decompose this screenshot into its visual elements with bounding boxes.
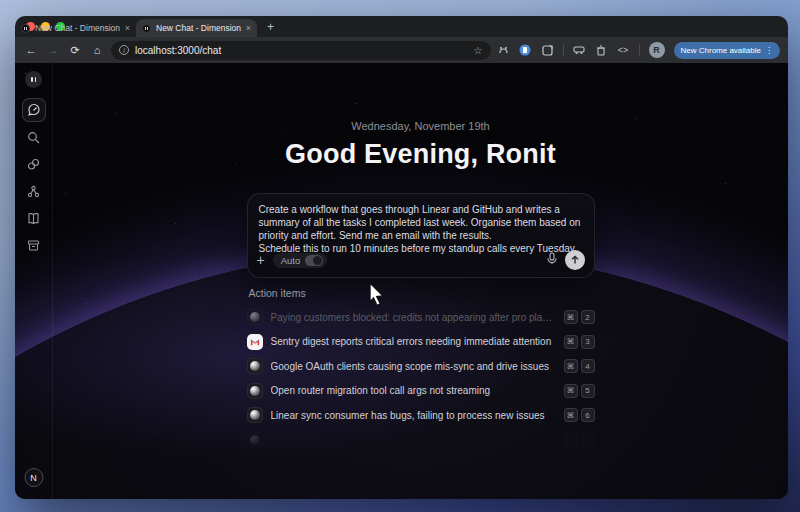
shortcut-badges bbox=[564, 433, 595, 447]
back-icon[interactable]: ← bbox=[23, 44, 39, 56]
shortcut-badges: ⌘ 6 bbox=[564, 408, 595, 422]
extension-icon-1[interactable] bbox=[497, 44, 510, 57]
shortcut-badges: ⌘ 4 bbox=[564, 359, 595, 373]
cmd-key-badge: ⌘ bbox=[564, 310, 578, 324]
user-avatar[interactable]: N bbox=[24, 468, 43, 487]
workflows-button[interactable] bbox=[22, 179, 46, 203]
link-icon bbox=[27, 158, 40, 171]
attach-plus-icon[interactable]: + bbox=[257, 253, 265, 267]
extension-icon-3[interactable] bbox=[541, 44, 554, 57]
action-item-row[interactable]: Linear sync consumer has bugs, failing t… bbox=[247, 407, 595, 423]
extension-icon-2[interactable] bbox=[519, 44, 532, 57]
book-icon bbox=[27, 212, 40, 225]
action-item-text: Sentry digest reports critical errors ne… bbox=[271, 336, 556, 347]
sphere-icon bbox=[247, 383, 263, 399]
toolbar-divider bbox=[639, 44, 640, 56]
tab-favicon bbox=[21, 24, 30, 33]
tab-bar: New Chat - Dimension AI × New Chat - Dim… bbox=[15, 16, 788, 37]
greeting-title: Good Evening, Ronit bbox=[53, 139, 788, 170]
mode-selector[interactable]: Auto bbox=[273, 253, 328, 268]
action-item-row[interactable]: Google OAuth clients causing scope mis-s… bbox=[247, 358, 595, 374]
cast-icon[interactable] bbox=[573, 44, 586, 57]
new-tab-button[interactable]: + bbox=[267, 20, 274, 34]
composer-controls: + Auto bbox=[257, 250, 585, 270]
microphone-icon[interactable] bbox=[547, 251, 557, 269]
action-item-text: Google OAuth clients causing scope mis-s… bbox=[271, 361, 556, 372]
sphere-icon bbox=[247, 309, 263, 325]
num-key-badge: 3 bbox=[581, 335, 595, 349]
chat-main: Wednesday, November 19th Good Evening, R… bbox=[53, 63, 788, 499]
search-icon bbox=[27, 131, 40, 144]
prompt-composer[interactable]: Create a workflow that goes through Line… bbox=[247, 193, 595, 278]
tab-close-icon[interactable]: × bbox=[125, 23, 130, 33]
cmd-key-badge bbox=[564, 433, 578, 447]
nodes-icon bbox=[27, 185, 40, 198]
shortcut-badges: ⌘ 2 bbox=[564, 310, 595, 324]
tab-2-active[interactable]: New Chat - Dimension AI × bbox=[136, 19, 257, 37]
bookmark-star-icon[interactable]: ☆ bbox=[474, 45, 483, 56]
address-bar[interactable]: i localhost:3000/chat ☆ bbox=[111, 41, 491, 60]
date-label: Wednesday, November 19th bbox=[53, 120, 788, 132]
num-key-badge: 2 bbox=[581, 310, 595, 324]
num-key-badge: 6 bbox=[581, 408, 595, 422]
action-item-text: Linear sync consumer has bugs, failing t… bbox=[271, 410, 556, 421]
new-chat-button[interactable] bbox=[22, 98, 46, 122]
cmd-key-badge: ⌘ bbox=[564, 335, 578, 349]
num-key-badge bbox=[581, 433, 595, 447]
toolbar-icons: <> R New Chrome available ⋮ bbox=[497, 42, 780, 59]
info-icon[interactable]: i bbox=[119, 45, 129, 55]
home-icon[interactable]: ⌂ bbox=[89, 44, 105, 56]
tab-1[interactable]: New Chat - Dimension AI × bbox=[15, 19, 136, 37]
browser-profile-avatar[interactable]: R bbox=[649, 42, 665, 58]
tab-favicon bbox=[142, 24, 151, 33]
url-text[interactable]: localhost:3000/chat bbox=[135, 45, 468, 56]
docs-button[interactable] bbox=[22, 206, 46, 230]
toolbar-divider bbox=[563, 44, 564, 56]
sphere-icon bbox=[247, 432, 263, 448]
chrome-update-button[interactable]: New Chrome available ⋮ bbox=[674, 42, 780, 59]
action-item-text: Open router migration tool call args not… bbox=[271, 385, 556, 396]
integrations-button[interactable] bbox=[22, 152, 46, 176]
archive-button[interactable] bbox=[22, 233, 46, 257]
mode-label: Auto bbox=[281, 255, 301, 266]
app-sidebar: N bbox=[15, 63, 53, 499]
browser-toolbar: ← → ⟳ ⌂ i localhost:3000/chat ☆ bbox=[15, 37, 788, 63]
new-chat-icon bbox=[27, 103, 41, 117]
send-button[interactable] bbox=[565, 250, 585, 270]
search-button[interactable] bbox=[22, 125, 46, 149]
app-content: N Wednesday, November 19th Good Evening,… bbox=[15, 63, 788, 499]
arrow-up-icon bbox=[570, 255, 580, 265]
sphere-icon bbox=[247, 358, 263, 374]
dimension-logo[interactable] bbox=[25, 71, 42, 88]
shortcut-badges: ⌘ 5 bbox=[564, 384, 595, 398]
code-icon[interactable]: <> bbox=[617, 44, 630, 57]
action-item-text: Paying customers blocked: credits not ap… bbox=[271, 312, 556, 323]
archive-icon bbox=[27, 239, 40, 252]
action-items-section: Action items Paying customers blocked: c… bbox=[247, 287, 595, 456]
forward-icon[interactable]: → bbox=[45, 44, 61, 56]
sphere-icon bbox=[247, 407, 263, 423]
num-key-badge: 4 bbox=[581, 359, 595, 373]
reload-icon[interactable]: ⟳ bbox=[67, 44, 83, 57]
prompt-text-line-1[interactable]: Create a workflow that goes through Line… bbox=[259, 203, 583, 242]
desktop: New Chat - Dimension AI × New Chat - Dim… bbox=[0, 0, 800, 512]
chrome-update-label: New Chrome available bbox=[681, 46, 761, 55]
kebab-menu-icon[interactable]: ⋮ bbox=[765, 46, 773, 55]
action-items-title: Action items bbox=[249, 287, 595, 299]
shortcut-badges: ⌘ 3 bbox=[564, 335, 595, 349]
cmd-key-badge: ⌘ bbox=[564, 384, 578, 398]
trash-icon[interactable] bbox=[595, 44, 608, 57]
tab-title: New Chat - Dimension AI bbox=[35, 23, 120, 33]
action-item-row[interactable]: Sentry digest reports critical errors ne… bbox=[247, 334, 595, 350]
mouse-cursor bbox=[366, 282, 388, 312]
cmd-key-badge: ⌘ bbox=[564, 408, 578, 422]
action-item-row[interactable]: Open router migration tool call args not… bbox=[247, 383, 595, 399]
num-key-badge: 5 bbox=[581, 384, 595, 398]
gmail-icon bbox=[247, 334, 263, 350]
action-item-row-fading[interactable] bbox=[247, 432, 595, 448]
action-item-row[interactable]: Paying customers blocked: credits not ap… bbox=[247, 309, 595, 325]
mode-toggle[interactable] bbox=[305, 255, 323, 266]
browser-window: New Chat - Dimension AI × New Chat - Dim… bbox=[15, 16, 788, 499]
cmd-key-badge: ⌘ bbox=[564, 359, 578, 373]
tab-close-icon[interactable]: × bbox=[246, 23, 251, 33]
